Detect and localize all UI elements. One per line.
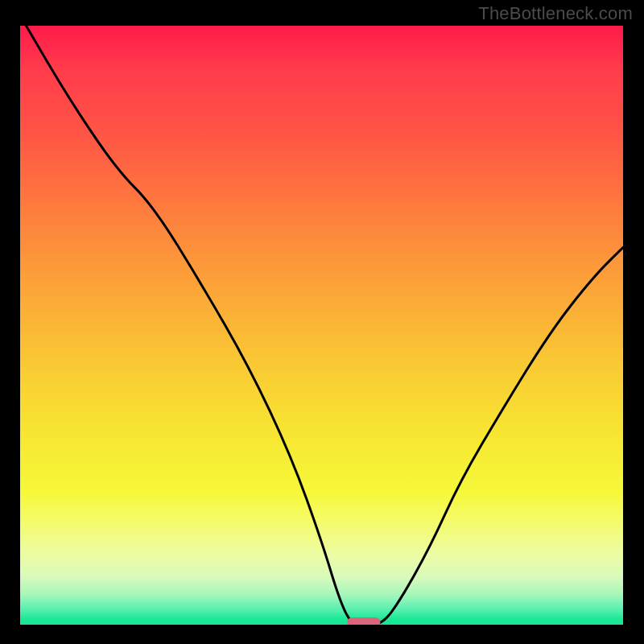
watermark-label: TheBottleneck.com [478,3,633,24]
bottleneck-curve [26,26,623,625]
chart-stage: TheBottleneck.com [0,0,644,644]
optimal-zone-marker [347,617,380,625]
curve-overlay [20,26,623,625]
